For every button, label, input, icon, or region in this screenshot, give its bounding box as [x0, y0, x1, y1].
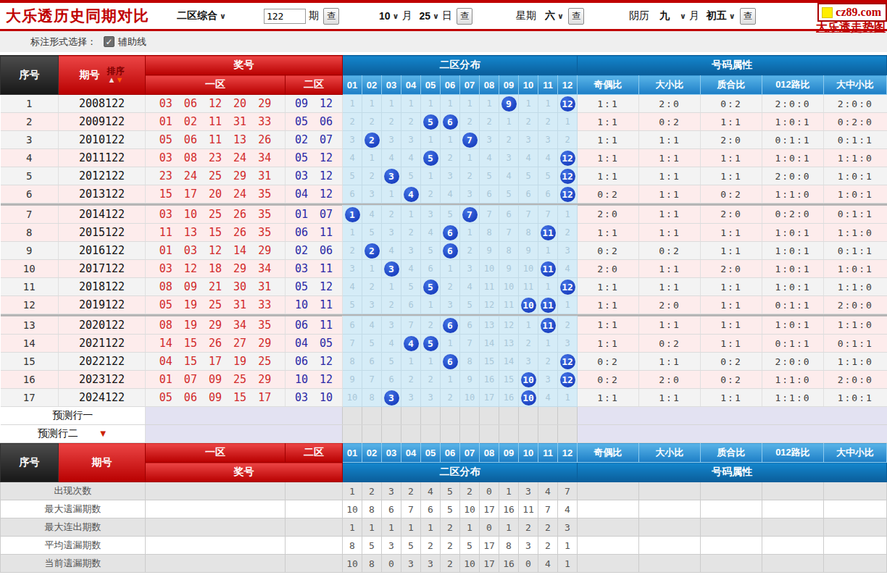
aux-line-checkbox[interactable]: ✓ [104, 36, 114, 47]
col-header-attr-4: 大中小比 [824, 75, 887, 95]
dist-cell: 10 [519, 371, 538, 389]
stats-attr-empty [701, 555, 762, 573]
predict-row2-label: 预测行二▼ [1, 425, 146, 443]
dist-cell: 7 [460, 206, 480, 224]
attr-cell: 1:1 [578, 389, 639, 407]
month-select[interactable]: 10∨ [379, 10, 399, 22]
stats-value: 8 [343, 537, 362, 555]
footer-header-zone2-dist: 二区分布 [343, 463, 578, 482]
stats-attr-empty [701, 537, 762, 555]
predict-grid-cell[interactable] [480, 425, 499, 443]
row-index: 9 [1, 242, 59, 260]
stats-zone2-empty [286, 555, 343, 573]
row-index: 3 [1, 131, 59, 149]
sort-down-icon[interactable]: ▼ [116, 75, 124, 84]
predict-grid-cell[interactable] [538, 425, 558, 443]
row-front-numbers: 05 19 25 31 33 [146, 296, 286, 314]
chart-link[interactable]: 大乐透走势图 [816, 20, 886, 35]
predict-grid-cell[interactable] [362, 407, 382, 425]
predict-grid-cell[interactable] [499, 425, 519, 443]
row-front-numbers: 11 13 15 26 35 [146, 224, 286, 242]
dist-cell: 2 [519, 113, 538, 131]
dist-cell: 2 [538, 113, 558, 131]
predict-grid-cell[interactable] [538, 407, 558, 425]
dist-cell: 6 [519, 185, 538, 203]
week-select[interactable]: 六∨ [545, 9, 564, 22]
dist-cell: 2 [558, 224, 578, 242]
period-input[interactable] [264, 9, 306, 24]
attr-cell: 0:2 [578, 185, 639, 203]
predict-grid-cell[interactable] [519, 425, 538, 443]
dist-cell: 6 [401, 296, 421, 314]
predict-grid-cell[interactable] [401, 407, 421, 425]
lunar-day-select[interactable]: 初五∨ [707, 9, 736, 22]
dist-cell: 2 [401, 224, 421, 242]
dist-cell: 1 [441, 371, 460, 389]
row-front-numbers: 08 19 29 34 35 [146, 316, 286, 335]
dist-cell: 2 [382, 296, 401, 314]
mode-select[interactable]: 二区综合 ∨ [177, 9, 226, 22]
dist-cell: 3 [343, 131, 362, 149]
period-query-button[interactable]: 查 [323, 8, 339, 25]
stats-attr-empty [639, 518, 701, 537]
attr-cell: 1:1 [701, 224, 762, 242]
dist-cell: 4 [499, 167, 519, 185]
row-front-numbers: 14 15 26 27 29 [146, 335, 286, 353]
sort-control[interactable]: 排序 ▲▼ [107, 67, 125, 84]
dist-cell: 6 [480, 185, 499, 203]
predict-grid-cell[interactable] [382, 407, 401, 425]
predict-grid-cell[interactable] [421, 407, 441, 425]
dist-cell: 6 [421, 260, 441, 278]
row-period: 2009122 [59, 113, 146, 131]
predict-grid-cell[interactable] [441, 407, 460, 425]
hit-ball: 7 [462, 133, 478, 148]
predict-grid-cell[interactable] [460, 407, 480, 425]
stats-value: 2 [421, 537, 441, 555]
predict-grid-cell[interactable] [421, 425, 441, 443]
predict-grid-cell[interactable] [441, 425, 460, 443]
dist-cell: 2 [362, 131, 382, 149]
predict-grid-cell[interactable] [519, 407, 538, 425]
predict-grid-cell[interactable] [382, 425, 401, 443]
lunar-query-button[interactable]: 查 [740, 8, 756, 25]
attr-cell: 2:0 [639, 371, 701, 389]
predict-grid-cell[interactable] [343, 425, 362, 443]
date-query-button[interactable]: 查 [457, 8, 472, 25]
week-query-button[interactable]: 查 [568, 8, 584, 25]
attr-cell: 0:2:0 [762, 206, 824, 224]
hit-ball: 5 [423, 280, 438, 295]
dist-cell: 15 [480, 353, 499, 371]
predict-grid-cell[interactable] [343, 407, 362, 425]
dist-cell: 2 [421, 316, 441, 335]
table-row: 4201112203 08 23 24 3405 124144521434412… [1, 149, 887, 167]
predict-grid-cell[interactable] [558, 407, 578, 425]
attr-cell: 0:1:1 [762, 335, 824, 353]
predict-grid-cell[interactable] [499, 407, 519, 425]
chevron-down-icon: ∨ [557, 12, 564, 21]
stats-value: 3 [519, 537, 538, 555]
stats-value: 2 [538, 537, 558, 555]
attr-cell: 1:1 [578, 95, 639, 113]
dist-cell: 7 [460, 335, 480, 353]
lunar-month-select[interactable]: 九∨ [659, 9, 686, 22]
dist-cell: 12 [558, 353, 578, 371]
predict-grid-cell[interactable] [460, 425, 480, 443]
predict-arrow-icon[interactable]: ▼ [99, 428, 108, 439]
attr-cell: 2:0 [578, 206, 639, 224]
hit-ball: 3 [384, 390, 399, 406]
dist-cell: 9 [460, 371, 480, 389]
predict-grid-cell[interactable] [362, 425, 382, 443]
predict-grid-cell[interactable] [401, 425, 421, 443]
day-select[interactable]: 25∨ [419, 10, 439, 22]
predict-grid-cell[interactable] [558, 425, 578, 443]
dist-cell: 4 [538, 149, 558, 167]
site-logo[interactable]: cz89.com [817, 3, 887, 22]
predict-grid-cell[interactable] [480, 407, 499, 425]
sort-up-icon[interactable]: ▲ [108, 75, 116, 84]
dist-cell: 4 [519, 149, 538, 167]
table-row: 1200812203 06 12 20 2909 121111111191112… [1, 95, 887, 113]
stats-row: 当前遗漏期数1080332101716041 [1, 555, 887, 573]
dist-cell: 7 [519, 206, 538, 224]
stats-attr-empty [701, 518, 762, 537]
dist-cell: 1 [421, 353, 441, 371]
